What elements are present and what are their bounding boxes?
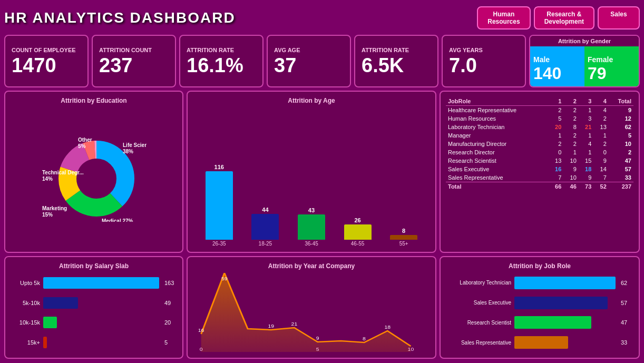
svg-text:Medical 27%: Medical 27% bbox=[102, 218, 133, 222]
salary-label-15kplus: 15k+ bbox=[13, 339, 40, 346]
jobrole-val-sales-rep: 33 bbox=[621, 339, 631, 346]
table-cell: 2 bbox=[563, 106, 579, 115]
kpi-avg-age: Avg age 37 bbox=[267, 35, 351, 87]
age-bar-46-55: 26 46-55 bbox=[344, 217, 372, 247]
table-cell: 13 bbox=[549, 156, 564, 165]
dept-btn-sales[interactable]: Sales bbox=[598, 6, 640, 30]
jobrole-val-lab-tech: 62 bbox=[621, 280, 631, 286]
age-bar-55plus-bar bbox=[390, 235, 417, 240]
table-cell: 7 bbox=[593, 173, 609, 182]
svg-text:38%: 38% bbox=[123, 149, 133, 154]
salary-chart: Attrition by Salary Slab Upto 5k 163 5k-… bbox=[4, 256, 183, 359]
salary-bar-5-10k: 5k-10k 49 bbox=[13, 297, 175, 309]
table-cell: 62 bbox=[609, 123, 633, 131]
svg-text:19: 19 bbox=[268, 323, 274, 329]
svg-text:Marketing: Marketing bbox=[42, 205, 67, 211]
table-cell: Sales Representative bbox=[446, 173, 549, 182]
kpi-attrition-count-label: Attrition count bbox=[99, 47, 152, 53]
kpi-employee-label: count of Employee bbox=[12, 47, 76, 53]
gender-card: Attrition by Gender Male 140 Female 79 bbox=[529, 35, 640, 87]
table-cell: Manager bbox=[446, 131, 549, 140]
table-cell: 1 bbox=[549, 131, 564, 140]
table-total-cell: Total bbox=[446, 182, 549, 191]
kpi-attrition-rate-label: Attrition rate bbox=[187, 47, 234, 53]
table-cell: 5 bbox=[609, 131, 633, 140]
table-cell: 9 bbox=[593, 156, 609, 165]
svg-text:5: 5 bbox=[316, 347, 319, 352]
table-cell: 10 bbox=[563, 173, 579, 182]
age-bar-26-35: 116 26-35 bbox=[206, 164, 233, 247]
salary-val-15kplus: 5 bbox=[164, 339, 175, 346]
salary-label-upto5k: Upto 5k bbox=[13, 280, 40, 286]
table-cell: 33 bbox=[609, 173, 633, 182]
jobrole-val-research-sci: 47 bbox=[621, 319, 631, 326]
table-cell: 1 bbox=[563, 148, 579, 156]
table-total-cell: 237 bbox=[609, 182, 633, 191]
charts-row-1: Attrition by Education bbox=[4, 91, 640, 253]
dept-btn-rd[interactable]: Research & Development bbox=[534, 6, 594, 30]
salary-val-5-10k: 49 bbox=[164, 300, 175, 306]
svg-text:14%: 14% bbox=[42, 176, 53, 182]
kpi-attrition-rate2-label: Attrition rate bbox=[362, 47, 409, 53]
jobrole-table-card: JobRole 1 2 3 4 Total Healthcare Represe… bbox=[440, 91, 640, 253]
gender-title: Attrition by Gender bbox=[530, 36, 639, 46]
year-line-container: 16 59 19 21 9 8 18 0 5 10 bbox=[193, 273, 430, 352]
age-bar-36-45-value: 43 bbox=[308, 207, 315, 213]
table-cell: 2 bbox=[549, 140, 564, 148]
kpi-attrition-count: Attrition count 237 bbox=[92, 35, 176, 87]
table-cell: 1 bbox=[579, 148, 594, 156]
table-cell: 0 bbox=[593, 148, 609, 156]
table-cell: 2 bbox=[563, 114, 579, 123]
jobrole-bar-sales-exec: Sales Executive 57 bbox=[448, 297, 631, 309]
table-cell: 57 bbox=[609, 165, 633, 173]
age-bar-26-35-bar bbox=[206, 171, 233, 240]
salary-bar-upto5k-inner bbox=[43, 277, 159, 289]
year-chart: Attrition by Year at Company bbox=[187, 256, 436, 359]
kpi-employee-count: count of Employee 1470 bbox=[4, 35, 89, 87]
salary-bar-15kplus: 15k+ 5 bbox=[13, 337, 175, 348]
salary-label-5-10k: 5k-10k bbox=[13, 300, 40, 306]
kpi-attrition-count-value: 237 bbox=[99, 55, 132, 75]
svg-text:59: 59 bbox=[221, 276, 228, 281]
table-cell: 10 bbox=[563, 156, 579, 165]
age-bar-26-35-label: 26-35 bbox=[212, 241, 226, 247]
salary-bar-15kplus-outer bbox=[43, 337, 159, 348]
table-cell: 18 bbox=[579, 165, 594, 173]
svg-text:Life Sciences: Life Sciences bbox=[123, 142, 147, 148]
svg-text:9: 9 bbox=[316, 336, 319, 341]
gender-female-value: 79 bbox=[588, 64, 607, 83]
age-bar-46-55-label: 46-55 bbox=[351, 241, 365, 247]
col-4: 4 bbox=[593, 97, 609, 106]
age-bar-26-35-value: 116 bbox=[214, 164, 224, 170]
age-bar-36-45-label: 36-45 bbox=[305, 241, 318, 247]
jobrole-bar-sales-exec-outer bbox=[514, 297, 616, 309]
dashboard-title: HR ANALYTICS DASHBOARD bbox=[4, 9, 236, 26]
salary-chart-title: Attrition by Salary Slab bbox=[11, 262, 177, 270]
age-chart-title: Attrition by Age bbox=[193, 97, 430, 104]
svg-marker-16 bbox=[201, 273, 411, 352]
col-total: Total bbox=[609, 97, 633, 106]
table-cell: 9 bbox=[609, 106, 633, 115]
kpi-attrition-rate-value: 16.1% bbox=[187, 55, 243, 75]
dept-btn-hr[interactable]: Human Resources bbox=[477, 6, 530, 30]
gender-male: Male 140 bbox=[530, 46, 584, 86]
jobrole-label-lab-tech: Laboratory Technician bbox=[448, 280, 511, 286]
table-total-cell: 52 bbox=[593, 182, 609, 191]
col-jobrole: JobRole bbox=[446, 97, 549, 106]
salary-bar-upto5k-outer bbox=[43, 277, 159, 289]
table-cell: 2 bbox=[593, 140, 609, 148]
svg-text:16: 16 bbox=[198, 328, 204, 333]
age-bar-36-45: 43 36-45 bbox=[298, 207, 325, 247]
svg-point-6 bbox=[80, 162, 113, 195]
age-bar-18-25-label: 18-25 bbox=[259, 241, 272, 247]
age-bar-18-25-bar bbox=[251, 214, 279, 240]
jobrole-bar-sales-rep-outer bbox=[514, 336, 616, 349]
table-cell: Laboratory Technician bbox=[446, 123, 549, 131]
svg-text:15%: 15% bbox=[42, 212, 53, 218]
svg-text:8: 8 bbox=[363, 336, 366, 341]
jobrole-bar-sales-rep-inner bbox=[514, 336, 568, 349]
salary-bar-10-15k-outer bbox=[43, 317, 159, 328]
svg-text:Other: Other bbox=[78, 137, 92, 143]
year-line-svg: 16 59 19 21 9 8 18 0 5 10 bbox=[195, 273, 428, 352]
salary-label-10-15k: 10k-15k bbox=[13, 319, 40, 326]
